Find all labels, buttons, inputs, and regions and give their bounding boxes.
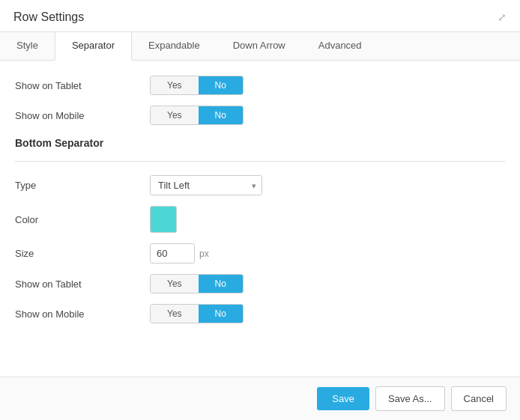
bottom-show-on-tablet-row: Show on Tablet Yes No: [15, 274, 505, 293]
section-divider: [15, 161, 505, 162]
size-unit: px: [199, 249, 209, 259]
color-label: Color: [15, 214, 150, 225]
cancel-button[interactable]: Cancel: [451, 386, 507, 411]
bottom-show-on-mobile-label: Show on Mobile: [15, 308, 150, 320]
modal-header: Row Settings ⤢: [0, 0, 520, 32]
bottom-separator-section: Bottom Separator Type None Tilt Left Til…: [15, 137, 505, 323]
expand-icon[interactable]: ⤢: [498, 11, 507, 23]
bottom-separator-title: Bottom Separator: [15, 137, 505, 149]
bottom-show-on-tablet-toggle: Yes No: [150, 274, 244, 293]
bottom-show-on-mobile-row: Show on Mobile Yes No: [15, 304, 505, 323]
modal-footer: Save Save As... Cancel: [0, 377, 520, 420]
top-show-on-mobile-toggle: Yes No: [150, 106, 244, 125]
tab-expandable[interactable]: Expandable: [132, 32, 217, 60]
size-input-group: px: [150, 243, 209, 264]
tabs-bar: Style Separator Expandable Down Arrow Ad…: [0, 32, 520, 61]
color-row: Color: [15, 206, 505, 233]
size-label: Size: [15, 248, 150, 259]
top-show-on-mobile-row: Show on Mobile Yes No: [15, 106, 505, 125]
size-row: Size px: [15, 243, 505, 264]
top-show-on-tablet-toggle: Yes No: [150, 76, 244, 95]
type-row: Type None Tilt Left Tilt Right Triangle …: [15, 175, 505, 195]
top-tablet-no-button[interactable]: No: [199, 76, 243, 94]
type-select-wrapper: None Tilt Left Tilt Right Triangle Wave: [150, 175, 262, 195]
top-show-on-tablet-label: Show on Tablet: [15, 80, 150, 91]
bottom-show-on-mobile-toggle: Yes No: [150, 304, 244, 323]
top-tablet-yes-button[interactable]: Yes: [151, 76, 199, 94]
tab-advanced[interactable]: Advanced: [302, 32, 378, 60]
modal-body: Show on Tablet Yes No Show on Mobile Yes…: [0, 61, 520, 377]
save-as-button[interactable]: Save As...: [375, 386, 445, 411]
type-select[interactable]: None Tilt Left Tilt Right Triangle Wave: [150, 175, 262, 195]
top-show-on-mobile-label: Show on Mobile: [15, 110, 150, 121]
tab-down-arrow[interactable]: Down Arrow: [217, 32, 302, 60]
tab-separator[interactable]: Separator: [55, 32, 132, 61]
size-input[interactable]: [150, 243, 195, 264]
bottom-tablet-no-button[interactable]: No: [199, 275, 243, 293]
bottom-mobile-no-button[interactable]: No: [199, 305, 243, 323]
top-mobile-yes-button[interactable]: Yes: [151, 106, 199, 124]
tab-style[interactable]: Style: [0, 32, 55, 60]
modal-title: Row Settings: [13, 10, 84, 24]
save-button[interactable]: Save: [317, 387, 369, 410]
bottom-tablet-yes-button[interactable]: Yes: [151, 275, 199, 293]
top-show-on-tablet-row: Show on Tablet Yes No: [15, 76, 505, 95]
color-swatch[interactable]: [150, 206, 177, 233]
type-label: Type: [15, 180, 150, 191]
modal: Row Settings ⤢ Style Separator Expandabl…: [0, 0, 520, 420]
bottom-mobile-yes-button[interactable]: Yes: [151, 305, 199, 323]
bottom-show-on-tablet-label: Show on Tablet: [15, 279, 150, 290]
top-mobile-no-button[interactable]: No: [199, 106, 243, 124]
